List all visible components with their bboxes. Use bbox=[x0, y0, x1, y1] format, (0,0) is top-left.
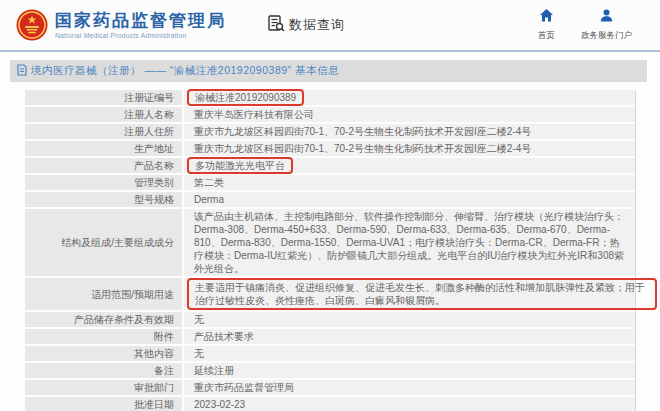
agency-logo[interactable]: 国家药品监督管理局 National Medical Products Admi… bbox=[16, 9, 226, 41]
page: 国家药品监督管理局 National Medical Products Admi… bbox=[0, 0, 660, 411]
nav-data-query[interactable]: 数据查询 bbox=[268, 15, 345, 36]
row-label: 其他内容 bbox=[25, 346, 182, 361]
header-nav: 首页 政务服务门户 bbox=[538, 8, 632, 42]
row-label: 附件 bbox=[25, 329, 182, 344]
table-row: 批准日期 2023-02-23 bbox=[25, 397, 635, 411]
org-names: 国家药品监督管理局 National Medical Products Admi… bbox=[55, 11, 226, 39]
row-label: 注册人住所 bbox=[25, 124, 182, 139]
table-row: 产品名称 多功能激光光电平台 bbox=[25, 158, 635, 173]
table-row: 其他内容 无 bbox=[25, 346, 635, 361]
nav-gov-portal-label: 政务服务门户 bbox=[581, 30, 632, 42]
row-label: 型号规格 bbox=[25, 192, 182, 207]
row-label: 生产地址 bbox=[25, 141, 182, 156]
row-value: 第二类 bbox=[184, 175, 635, 190]
org-name-en: National Medical Products Administration bbox=[55, 32, 226, 39]
table-row: 产品储存条件及有效期 无 bbox=[25, 312, 635, 327]
row-value: 产品技术要求 bbox=[184, 329, 635, 344]
table-row: 注册证编号 渝械注准20192090389 bbox=[25, 90, 635, 105]
row-value: 2023-02-23 bbox=[184, 397, 635, 411]
row-value: 重庆市九龙坡区科园四街70-1、70-2号生物生化制药技术开发园I座二楼2-4号 bbox=[184, 141, 635, 156]
row-value: 重庆市药品监督管理局 bbox=[184, 380, 635, 395]
home-icon bbox=[539, 8, 554, 27]
row-label: 批准日期 bbox=[25, 397, 182, 411]
row-label: 注册人名称 bbox=[25, 107, 182, 122]
row-value: Derma bbox=[184, 192, 635, 207]
row-value: 重庆半岛医疗科技有限公司 bbox=[184, 107, 635, 122]
row-value: 无 bbox=[184, 312, 635, 327]
row-value: 主要适用于镇痛消炎、促进组织修复、促进毛发生长、刺激多种酶的活性和增加肌肤弹性及… bbox=[184, 278, 635, 310]
row-value: 渝械注准20192090389 bbox=[184, 90, 635, 105]
table-row: 适用范围/预期用途 主要适用于镇痛消炎、促进组织修复、促进毛发生长、刺激多种酶的… bbox=[25, 278, 635, 310]
data-query-label: 数据查询 bbox=[289, 16, 345, 34]
row-value: 无 bbox=[184, 346, 635, 361]
breadcrumb-title-bar: 境内医疗器械（注册） —— “渝械注准20192090389” 基本信息 bbox=[10, 60, 647, 82]
row-label: 注册证编号 bbox=[25, 90, 182, 105]
table-row: 备注 延续注册 bbox=[25, 363, 635, 378]
nav-gov-portal[interactable]: 政务服务门户 bbox=[581, 8, 632, 42]
row-label: 审批部门 bbox=[25, 380, 182, 395]
row-value: 该产品由主机箱体、主控制电路部分、软件操作控制部分、伸缩臂、治疗模块（光疗模块治… bbox=[184, 209, 635, 276]
data-query-icon bbox=[268, 15, 289, 36]
row-label: 产品名称 bbox=[25, 158, 182, 173]
row-value: 多功能激光光电平台 bbox=[184, 158, 635, 173]
table-row: 注册人名称 重庆半岛医疗科技有限公司 bbox=[25, 107, 635, 122]
document-icon bbox=[17, 62, 31, 80]
table-row: 生产地址 重庆市九龙坡区科园四街70-1、70-2号生物生化制药技术开发园I座二… bbox=[25, 141, 635, 156]
site-header: 国家药品监督管理局 National Medical Products Admi… bbox=[0, 0, 660, 52]
page-title: 境内医疗器械（注册） —— “渝械注准20192090389” 基本信息 bbox=[31, 64, 339, 78]
info-table: 注册证编号 渝械注准20192090389 注册人名称 重庆半岛医疗科技有限公司… bbox=[25, 90, 636, 411]
row-label: 适用范围/预期用途 bbox=[25, 278, 182, 310]
table-row: 审批部门 重庆市药品监督管理局 bbox=[25, 380, 635, 395]
table-row: 注册人住所 重庆市九龙坡区科园四街70-1、70-2号生物生化制药技术开发园I座… bbox=[25, 124, 635, 139]
national-emblem-icon bbox=[16, 9, 48, 41]
row-label: 管理类别 bbox=[25, 175, 182, 190]
table-row: 附件 产品技术要求 bbox=[25, 329, 635, 344]
nav-home-label: 首页 bbox=[538, 30, 555, 42]
row-label: 备注 bbox=[25, 363, 182, 378]
table-row: 结构及组成/主要组成成分 该产品由主机箱体、主控制电路部分、软件操作控制部分、伸… bbox=[25, 209, 635, 276]
table-row: 型号规格 Derma bbox=[25, 192, 635, 207]
row-label: 结构及组成/主要组成成分 bbox=[25, 209, 182, 276]
table-row: 管理类别 第二类 bbox=[25, 175, 635, 190]
row-value: 延续注册 bbox=[184, 363, 635, 378]
row-label: 产品储存条件及有效期 bbox=[25, 312, 182, 327]
row-value: 重庆市九龙坡区科园四街70-1、70-2号生物生化制药技术开发园I座二楼2-4号 bbox=[184, 124, 635, 139]
nav-home[interactable]: 首页 bbox=[538, 8, 555, 42]
user-icon bbox=[599, 8, 614, 27]
org-name-cn: 国家药品监督管理局 bbox=[55, 11, 226, 30]
